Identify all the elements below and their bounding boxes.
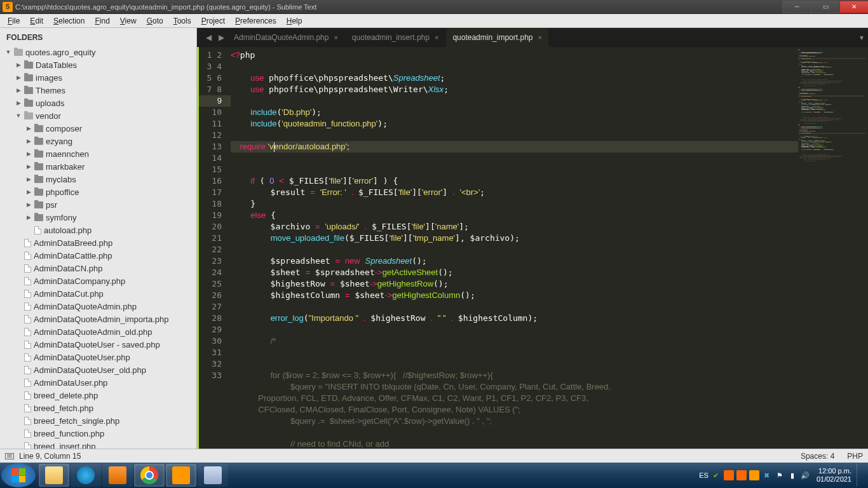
menu-preferences[interactable]: Preferences	[230, 15, 281, 27]
menu-selection[interactable]: Selection	[48, 15, 90, 27]
show-desktop-button[interactable]	[857, 464, 864, 487]
file-item[interactable]: breed_function.php	[0, 427, 196, 440]
file-item[interactable]: breed_insert.php	[0, 440, 196, 449]
taskbar-notepad[interactable]	[198, 464, 228, 487]
disclosure-icon[interactable]: ▶	[25, 214, 32, 220]
tab[interactable]: AdminDataQuoteAdmin.php×	[227, 28, 344, 47]
file-item[interactable]: AdminDataQuoteUser - saved.php	[0, 338, 196, 351]
tray-volume-icon[interactable]: 🔊	[800, 470, 810, 480]
folder-icon	[34, 163, 43, 170]
file-item[interactable]: AdminDataCattle.php	[0, 249, 196, 262]
folder-item[interactable]: ▼quotes.agro_equity	[0, 46, 196, 58]
folder-tree[interactable]: ▼quotes.agro_equity▶DataTables▶images▶Th…	[0, 44, 196, 449]
disclosure-icon[interactable]: ▶	[25, 163, 32, 170]
tab[interactable]: quoteadmin_insert.php×	[346, 28, 445, 47]
disclosure-icon[interactable]: ▶	[15, 100, 22, 106]
file-item[interactable]: AdminDataQuoteUser_old.php	[0, 363, 196, 376]
window-minimize-button[interactable]: ─	[782, 1, 811, 13]
menu-project[interactable]: Project	[196, 15, 230, 27]
file-item[interactable]: AdminDataCut.php	[0, 287, 196, 300]
tray-shield-icon[interactable]: ✔	[711, 470, 721, 480]
panel-toggle-icon[interactable]	[5, 453, 14, 459]
line-gutter[interactable]: 1 2 3 4 5 6 7 8 9 10 11 12 13 14 15 16 1…	[199, 47, 231, 449]
file-item[interactable]: breed_fetch_single.php	[0, 414, 196, 427]
tab-close-icon[interactable]: ×	[334, 34, 337, 41]
file-item[interactable]: AdminDataQuoteAdmin.php	[0, 300, 196, 313]
tab-nav-forward[interactable]: ▶	[215, 28, 227, 47]
folder-icon	[24, 74, 33, 81]
folder-item[interactable]: ▶maennchen	[0, 147, 196, 160]
tree-label: maennchen	[46, 149, 89, 159]
file-item[interactable]: autoload.php	[0, 224, 196, 236]
tab-close-icon[interactable]: ×	[435, 34, 438, 41]
file-item[interactable]: AdminDataUser.php	[0, 376, 196, 389]
disclosure-icon[interactable]: ▶	[25, 125, 32, 132]
file-item[interactable]: AdminDataCompany.php	[0, 274, 196, 287]
tray-app3-icon[interactable]	[749, 470, 759, 480]
folder-item[interactable]: ▶DataTables	[0, 58, 196, 71]
disclosure-icon[interactable]: ▶	[25, 151, 32, 157]
file-item[interactable]: AdminDataCN.php	[0, 262, 196, 274]
folder-item[interactable]: ▶Themes	[0, 84, 196, 97]
tab-nav-back[interactable]: ◀	[202, 28, 215, 47]
folder-icon	[14, 49, 23, 56]
file-item[interactable]: AdminDataQuoteAdmin_old.php	[0, 325, 196, 338]
file-item[interactable]: AdminDataQuoteUser.php	[0, 351, 196, 363]
menu-find[interactable]: Find	[90, 15, 114, 27]
status-indent[interactable]: Spaces: 4	[801, 452, 834, 461]
tray-flag-icon[interactable]: ⚑	[775, 470, 785, 480]
window-maximize-button[interactable]: ▭	[811, 1, 840, 13]
taskbar-explorer[interactable]	[39, 464, 69, 487]
folder-item[interactable]: ▶myclabs	[0, 173, 196, 186]
folder-item[interactable]: ▶composer	[0, 122, 196, 135]
disclosure-icon[interactable]: ▶	[25, 201, 32, 208]
disclosure-icon[interactable]: ▼	[15, 112, 22, 119]
folder-item[interactable]: ▶symfony	[0, 211, 196, 224]
menu-goto[interactable]: Goto	[142, 15, 168, 27]
folder-item[interactable]: ▶phpoffice	[0, 186, 196, 198]
tray-x-icon[interactable]: ✖	[762, 470, 772, 480]
menu-help[interactable]: Help	[281, 15, 308, 27]
system-tray[interactable]: ES ✔ ✖ ⚑ ▮ 🔊 12:00 p.m. 01/02/2021	[699, 464, 867, 487]
minimap[interactable]: <?php use phpoffice\phpspreadsheet\Sprea…	[798, 47, 868, 449]
tray-app-icon[interactable]	[724, 470, 734, 480]
tray-network-icon[interactable]: ▮	[787, 470, 797, 480]
folder-item[interactable]: ▶psr	[0, 198, 196, 211]
menu-file[interactable]: File	[3, 15, 25, 27]
tray-clock[interactable]: 12:00 p.m. 01/02/2021	[817, 467, 851, 484]
menu-edit[interactable]: Edit	[25, 15, 48, 27]
tray-input-language[interactable]: ES	[699, 471, 709, 479]
tab-overflow-button[interactable]: ▼	[855, 28, 868, 47]
folder-item[interactable]: ▶uploads	[0, 97, 196, 109]
folder-item[interactable]: ▶images	[0, 71, 196, 84]
disclosure-icon[interactable]: ▶	[15, 87, 22, 93]
tree-label: AdminDataQuoteAdmin.php	[34, 302, 137, 311]
status-cursor-position[interactable]: Line 9, Column 15	[19, 452, 81, 461]
disclosure-icon[interactable]: ▶	[25, 176, 32, 182]
disclosure-icon[interactable]: ▼	[5, 49, 11, 55]
tab[interactable]: quoteadmin_import.php×	[446, 28, 548, 47]
status-language[interactable]: PHP	[847, 452, 863, 461]
menu-tools[interactable]: Tools	[168, 15, 196, 27]
disclosure-icon[interactable]: ▶	[25, 189, 32, 195]
window-close-button[interactable]: ✕	[839, 1, 868, 13]
start-button[interactable]	[1, 463, 36, 487]
code-editor[interactable]: <?php use phpoffice\phpspreadsheet\Sprea…	[231, 47, 798, 449]
taskbar-ie[interactable]	[71, 464, 101, 487]
disclosure-icon[interactable]: ▶	[15, 74, 22, 81]
folder-item[interactable]: ▶ezyang	[0, 135, 196, 147]
tab-close-icon[interactable]: ×	[538, 34, 541, 41]
folder-item[interactable]: ▶markbaker	[0, 160, 196, 173]
file-item[interactable]: AdminDataQuoteAdmin_importa.php	[0, 313, 196, 325]
file-item[interactable]: AdminDataBreed.php	[0, 236, 196, 249]
file-item[interactable]: breed_delete.php	[0, 389, 196, 402]
disclosure-icon[interactable]: ▶	[25, 138, 32, 144]
taskbar-sublime[interactable]	[166, 464, 196, 487]
menu-view[interactable]: View	[115, 15, 142, 27]
tray-app2-icon[interactable]	[736, 470, 747, 480]
folder-item[interactable]: ▼vendor	[0, 109, 196, 122]
taskbar-chrome[interactable]	[134, 464, 165, 487]
taskbar-media[interactable]	[102, 464, 133, 487]
disclosure-icon[interactable]: ▶	[15, 62, 22, 68]
file-item[interactable]: breed_fetch.php	[0, 402, 196, 414]
